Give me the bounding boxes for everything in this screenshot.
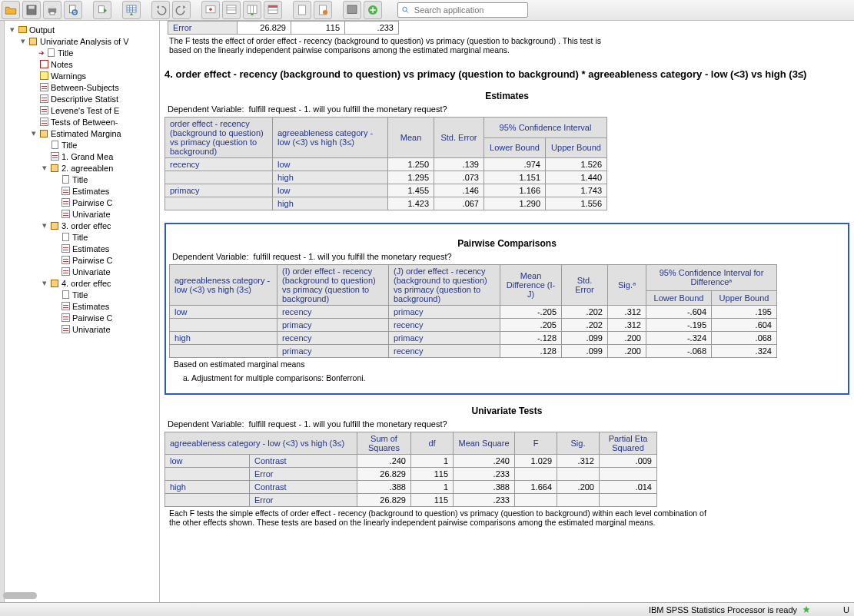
tree-emm-title[interactable]: Title: [5, 139, 159, 151]
print-preview-button[interactable]: [64, 1, 82, 19]
tree-tests-between[interactable]: Tests of Between-: [5, 116, 159, 128]
tree-warnings[interactable]: Warnings: [5, 70, 159, 81]
tree-order-effect-4[interactable]: ▾4. order effec: [5, 277, 159, 289]
table-row: recencylow1.250.139.9741.526: [165, 158, 607, 171]
variables-button[interactable]: [264, 1, 282, 19]
tree-label: Estimated Margina: [51, 129, 121, 138]
svg-rect-13: [268, 5, 277, 8]
designate-window-button[interactable]: [343, 1, 361, 19]
tree-label: 4. order effec: [61, 279, 111, 288]
tree-item[interactable]: Estimates: [5, 300, 159, 312]
search-input[interactable]: [413, 5, 524, 15]
table-row: Error26.829115.233: [165, 494, 657, 507]
tree-notes[interactable]: Notes: [5, 58, 159, 70]
tree-label: Title: [72, 290, 88, 300]
tree-item[interactable]: Title: [5, 231, 159, 243]
prev-footnote: The F tests the effect of order effect -…: [169, 36, 607, 55]
svg-rect-8: [127, 5, 136, 12]
univ-title: Univariate Tests: [164, 406, 849, 416]
tree-label: Descriptive Statist: [51, 94, 118, 104]
print-button[interactable]: [43, 1, 61, 19]
tree-item[interactable]: Pairwise C: [5, 197, 159, 208]
dialog-recall-button[interactable]: [201, 1, 220, 19]
tree-label: Univariate: [72, 210, 111, 219]
tree-label: Univariate: [72, 325, 111, 334]
tree-label: Pairwise C: [72, 198, 113, 207]
tree-descriptive[interactable]: Descriptive Statist: [5, 93, 159, 104]
redo-button[interactable]: [172, 1, 191, 19]
tree-agreeableness[interactable]: ▾2. agreeablen: [5, 162, 159, 174]
tree-item[interactable]: Univariate: [5, 266, 159, 277]
export-button[interactable]: [93, 1, 111, 19]
status-text: IBM SPSS Statistics Processor is ready: [649, 605, 797, 614]
tree-item[interactable]: Univariate: [5, 208, 159, 220]
tree-item[interactable]: Univariate: [5, 323, 159, 335]
tree-levene[interactable]: Levene's Test of E: [5, 104, 159, 116]
table-row: lowContrast.2401.2401.029.312.009: [165, 455, 657, 468]
univ-table[interactable]: agreeableness category - low (<3) vs hig…: [164, 432, 657, 507]
tree-label: Title: [58, 48, 73, 58]
open-button[interactable]: [2, 1, 20, 19]
search-box[interactable]: [397, 2, 528, 18]
pairwise-table[interactable]: agreeableness category - low (<3) vs hig…: [169, 264, 777, 358]
goto-case-button[interactable]: [222, 1, 241, 19]
tree-label: Title: [72, 233, 88, 242]
tree-univariate[interactable]: ▾Univariate Analysis of V: [5, 35, 159, 47]
goto-variable-button[interactable]: [243, 1, 261, 19]
outline-tree[interactable]: ▾Output ▾Univariate Analysis of V ➔Title…: [5, 21, 160, 602]
svg-rect-17: [347, 5, 357, 14]
table-row: highContrast.3881.3881.664.200.014: [165, 481, 657, 494]
insert-text-button[interactable]: [314, 1, 332, 19]
insert-heading-button[interactable]: [293, 1, 311, 19]
tree-label: 2. agreeablen: [61, 164, 113, 173]
app-window: ▾Output ▾Univariate Analysis of V ➔Title…: [0, 0, 854, 616]
tree-label: Warnings: [51, 71, 86, 81]
tree-title[interactable]: ➔Title: [5, 47, 159, 58]
h-scroll-thumb[interactable]: [3, 592, 37, 599]
tree-item[interactable]: Estimates: [5, 243, 159, 254]
tree-label: Tests of Between-: [51, 118, 118, 127]
table-row: primacyrecency.128.099.200-.068.324: [170, 345, 777, 358]
tree-emm[interactable]: ▾Estimated Margina: [5, 128, 159, 139]
tree-label: Univariate: [72, 267, 111, 277]
save-button[interactable]: [22, 1, 41, 19]
tree-label: Notes: [51, 60, 73, 69]
tree-item[interactable]: Estimates: [5, 185, 159, 197]
tree-between-subjects[interactable]: Between-Subjects: [5, 81, 159, 93]
toolbar: [0, 0, 854, 21]
tree-item[interactable]: Pairwise C: [5, 254, 159, 266]
univ-foot: Each F tests the simple effects of order…: [169, 508, 707, 527]
tree-label: Estimates: [72, 187, 109, 196]
undo-button[interactable]: [151, 1, 170, 19]
tree-item[interactable]: Pairwise C: [5, 312, 159, 323]
svg-rect-3: [50, 5, 55, 8]
tree-grand-mean[interactable]: 1. Grand Mea: [5, 151, 159, 162]
tree-item[interactable]: Title: [5, 174, 159, 185]
status-tail: U: [843, 605, 849, 614]
estimates-table[interactable]: order effect - recency (background to qu…: [164, 117, 607, 210]
search-icon: [401, 5, 410, 15]
depvar-line: Dependent Variable: fulfill request - 1.…: [168, 419, 849, 429]
tree-item[interactable]: Title: [5, 289, 159, 300]
tree-label: Estimates: [72, 302, 109, 311]
add-button[interactable]: [364, 1, 382, 19]
output-viewer[interactable]: Error 26.829 115 .233 The F tests the ef…: [160, 21, 854, 602]
tree-output[interactable]: ▾Output: [5, 24, 159, 35]
svg-point-19: [403, 7, 407, 11]
goto-data-button[interactable]: [122, 1, 141, 19]
svg-rect-11: [248, 5, 257, 14]
table-row: lowrecencyprimacy-.205.202.312-.604.195: [170, 306, 777, 319]
pairwise-title: Pairwise Comparisons: [169, 238, 845, 249]
pairwise-foot2: a. Adjustment for multiple comparisons: …: [183, 373, 845, 383]
table-row: high1.423.0671.2901.556: [165, 197, 607, 210]
svg-rect-7: [99, 6, 105, 13]
estimates-title: Estimates: [164, 91, 849, 101]
table-row: Error 26.829 115 .233: [168, 22, 399, 35]
tree-label: Pairwise C: [72, 313, 113, 323]
tree-order-effect[interactable]: ▾3. order effec: [5, 220, 159, 231]
svg-rect-14: [299, 5, 306, 15]
svg-rect-4: [50, 12, 55, 15]
prev-table-fragment: Error 26.829 115 .233: [168, 21, 399, 35]
section-title: 4. order effect - recency (background to…: [164, 68, 849, 80]
pairwise-foot1: Based on estimated marginal means: [174, 359, 845, 369]
